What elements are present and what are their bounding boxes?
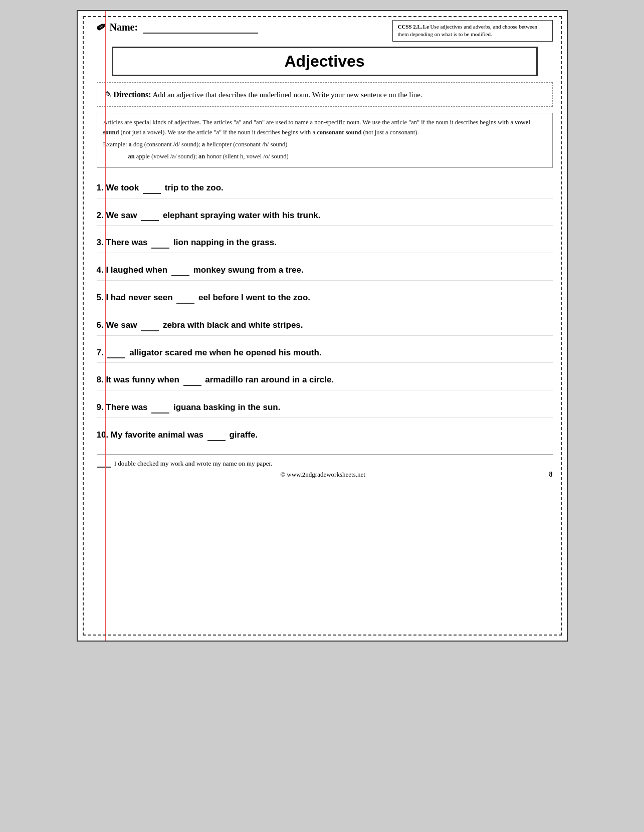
q4-blank <box>171 263 189 276</box>
info-paragraph: Articles are special kinds of adjectives… <box>103 117 546 137</box>
directions-text: Add an adjective that describes the unde… <box>152 91 422 99</box>
example-line-2: an apple (vowel /a/ sound); an honor (si… <box>128 151 546 161</box>
page-content: ✏ Name: CCSS 2.L.1.e Use adjectives and … <box>78 11 567 493</box>
page-title: Adjectives <box>284 52 364 70</box>
q1-text: trip to the zoo. <box>162 183 224 192</box>
q2-blank <box>141 209 159 222</box>
question-1: 1. We took trip to the zoo. <box>97 175 553 198</box>
footer-blank <box>97 459 111 468</box>
name-section: ✏ Name: <box>97 20 259 34</box>
question-5: 5. I had never seen eel before I went to… <box>97 285 553 308</box>
q9-blank <box>151 400 169 413</box>
question-4: 4. I laughed when monkey swung from a tr… <box>97 257 553 281</box>
question-3: 3. There was lion napping in the grass. <box>97 230 553 253</box>
question-2: 2. We saw elephant spraying water with h… <box>97 202 553 226</box>
q4-text: monkey swung from a tree. <box>191 265 304 275</box>
q10-text: giraffe. <box>227 430 258 440</box>
bottom-footer: © www.2ndgradeworksheets.net 8 <box>97 471 553 484</box>
question-7: 7. alligator scared me when he opened hi… <box>97 340 553 363</box>
q1-blank <box>143 181 161 194</box>
directions-box: ✎ Directions: Add an adjective that desc… <box>97 82 553 107</box>
q1-number: 1. We took <box>97 183 141 192</box>
info-box: Articles are special kinds of adjectives… <box>97 113 553 168</box>
directions-label: Directions: <box>113 90 151 99</box>
q2-number: 2. We saw <box>97 211 140 220</box>
standard-code: CCSS 2.L.1.e <box>398 24 429 30</box>
question-8: 8. It was funny when armadillo ran aroun… <box>97 367 553 390</box>
q8-text: armadillo ran around in a circle. <box>203 375 334 384</box>
left-margin-line <box>105 11 106 641</box>
q4-number: 4. I laughed when <box>97 265 170 275</box>
worksheet-page: ✏ Name: CCSS 2.L.1.e Use adjectives and … <box>77 10 568 642</box>
q3-blank <box>151 236 169 249</box>
example-line-1: Example: a dog (consonant /d/ sound); a … <box>103 139 546 149</box>
name-label: Name: <box>110 22 138 33</box>
q2-text: elephant spraying water with his trunk. <box>160 211 320 220</box>
q5-blank <box>176 291 194 304</box>
q7-text: alligator scared me when he opened his m… <box>127 348 321 357</box>
q10-blank <box>207 428 226 441</box>
consonant-sound-text: consonant sound <box>317 129 361 136</box>
q6-number: 6. We saw <box>97 320 140 330</box>
questions-section: 1. We took trip to the zoo. 2. We saw el… <box>97 175 553 445</box>
footer-checkbox-text: I double checked my work and wrote my na… <box>97 459 273 468</box>
question-6: 6. We saw zebra with black and white str… <box>97 312 553 336</box>
question-10: 10. My favorite animal was giraffe. <box>97 422 553 445</box>
standard-box: CCSS 2.L.1.e Use adjectives and adverbs,… <box>392 20 553 42</box>
name-input-line <box>143 21 258 34</box>
q6-text: zebra with black and white stripes. <box>160 320 303 330</box>
q9-text: iguana basking in the sun. <box>171 402 280 412</box>
q10-number: 10. My favorite animal was <box>97 430 206 440</box>
q8-blank <box>183 373 201 386</box>
header-row: ✏ Name: CCSS 2.L.1.e Use adjectives and … <box>97 20 553 42</box>
footer: I double checked my work and wrote my na… <box>97 454 553 468</box>
q5-number: 5. I had never seen <box>97 293 175 302</box>
question-9: 9. There was iguana basking in the sun. <box>97 394 553 418</box>
q8-number: 8. It was funny when <box>97 375 182 384</box>
title-box: Adjectives <box>112 47 538 76</box>
q7-blank <box>107 346 125 359</box>
page-number: 8 <box>549 471 553 479</box>
q5-text: eel before I went to the zoo. <box>196 293 310 302</box>
q3-text: lion napping in the grass. <box>171 238 277 247</box>
pencil-icon: ✏ <box>94 19 109 36</box>
website-url: © www.2ndgradeworksheets.net <box>97 471 549 479</box>
footer-reminder: I double checked my work and wrote my na… <box>114 460 273 467</box>
q6-blank <box>141 318 159 331</box>
